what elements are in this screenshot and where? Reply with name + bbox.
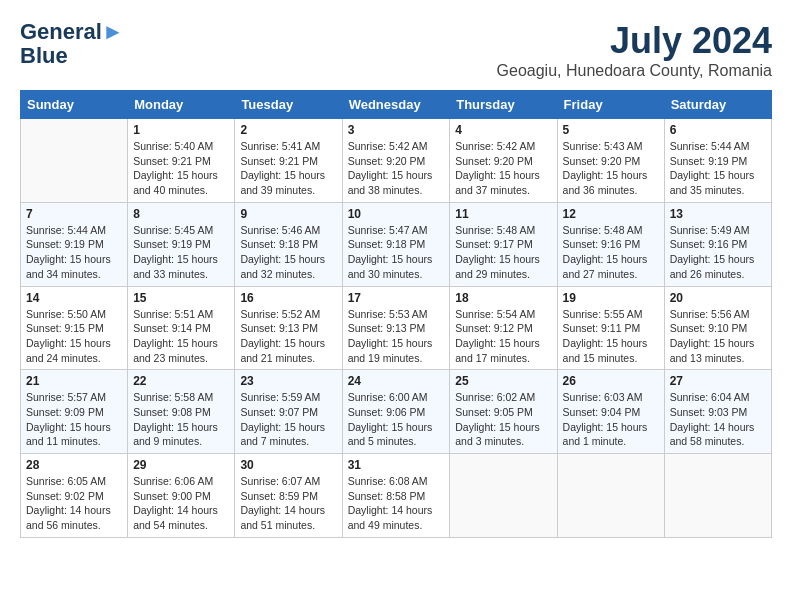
calendar-cell: 28Sunrise: 6:05 AM Sunset: 9:02 PM Dayli… bbox=[21, 454, 128, 538]
calendar-cell: 24Sunrise: 6:00 AM Sunset: 9:06 PM Dayli… bbox=[342, 370, 450, 454]
calendar-cell: 15Sunrise: 5:51 AM Sunset: 9:14 PM Dayli… bbox=[128, 286, 235, 370]
day-info: Sunrise: 5:51 AM Sunset: 9:14 PM Dayligh… bbox=[133, 307, 229, 366]
day-number: 13 bbox=[670, 207, 766, 221]
day-info: Sunrise: 5:42 AM Sunset: 9:20 PM Dayligh… bbox=[455, 139, 551, 198]
calendar-cell: 13Sunrise: 5:49 AM Sunset: 9:16 PM Dayli… bbox=[664, 202, 771, 286]
day-info: Sunrise: 5:43 AM Sunset: 9:20 PM Dayligh… bbox=[563, 139, 659, 198]
calendar-week-row: 1Sunrise: 5:40 AM Sunset: 9:21 PM Daylig… bbox=[21, 119, 772, 203]
day-number: 16 bbox=[240, 291, 336, 305]
calendar-table: SundayMondayTuesdayWednesdayThursdayFrid… bbox=[20, 90, 772, 538]
calendar-cell: 14Sunrise: 5:50 AM Sunset: 9:15 PM Dayli… bbox=[21, 286, 128, 370]
calendar-cell: 16Sunrise: 5:52 AM Sunset: 9:13 PM Dayli… bbox=[235, 286, 342, 370]
calendar-cell bbox=[664, 454, 771, 538]
logo: General►Blue bbox=[20, 20, 124, 68]
calendar-cell: 7Sunrise: 5:44 AM Sunset: 9:19 PM Daylig… bbox=[21, 202, 128, 286]
day-number: 2 bbox=[240, 123, 336, 137]
day-number: 30 bbox=[240, 458, 336, 472]
day-info: Sunrise: 5:55 AM Sunset: 9:11 PM Dayligh… bbox=[563, 307, 659, 366]
calendar-cell: 10Sunrise: 5:47 AM Sunset: 9:18 PM Dayli… bbox=[342, 202, 450, 286]
calendar-cell: 3Sunrise: 5:42 AM Sunset: 9:20 PM Daylig… bbox=[342, 119, 450, 203]
calendar-week-row: 7Sunrise: 5:44 AM Sunset: 9:19 PM Daylig… bbox=[21, 202, 772, 286]
day-info: Sunrise: 6:00 AM Sunset: 9:06 PM Dayligh… bbox=[348, 390, 445, 449]
day-number: 26 bbox=[563, 374, 659, 388]
calendar-cell: 11Sunrise: 5:48 AM Sunset: 9:17 PM Dayli… bbox=[450, 202, 557, 286]
day-number: 1 bbox=[133, 123, 229, 137]
day-info: Sunrise: 6:05 AM Sunset: 9:02 PM Dayligh… bbox=[26, 474, 122, 533]
day-number: 6 bbox=[670, 123, 766, 137]
day-number: 29 bbox=[133, 458, 229, 472]
calendar-week-row: 28Sunrise: 6:05 AM Sunset: 9:02 PM Dayli… bbox=[21, 454, 772, 538]
calendar-week-row: 21Sunrise: 5:57 AM Sunset: 9:09 PM Dayli… bbox=[21, 370, 772, 454]
weekday-header: Monday bbox=[128, 91, 235, 119]
calendar-cell bbox=[450, 454, 557, 538]
title-area: July 2024 Geoagiu, Hunedoara County, Rom… bbox=[497, 20, 772, 80]
day-info: Sunrise: 5:45 AM Sunset: 9:19 PM Dayligh… bbox=[133, 223, 229, 282]
day-number: 23 bbox=[240, 374, 336, 388]
calendar-cell: 20Sunrise: 5:56 AM Sunset: 9:10 PM Dayli… bbox=[664, 286, 771, 370]
calendar-week-row: 14Sunrise: 5:50 AM Sunset: 9:15 PM Dayli… bbox=[21, 286, 772, 370]
day-info: Sunrise: 5:44 AM Sunset: 9:19 PM Dayligh… bbox=[670, 139, 766, 198]
calendar-cell: 25Sunrise: 6:02 AM Sunset: 9:05 PM Dayli… bbox=[450, 370, 557, 454]
calendar-cell bbox=[21, 119, 128, 203]
calendar-cell: 6Sunrise: 5:44 AM Sunset: 9:19 PM Daylig… bbox=[664, 119, 771, 203]
day-number: 3 bbox=[348, 123, 445, 137]
day-info: Sunrise: 6:02 AM Sunset: 9:05 PM Dayligh… bbox=[455, 390, 551, 449]
day-number: 11 bbox=[455, 207, 551, 221]
calendar-cell: 30Sunrise: 6:07 AM Sunset: 8:59 PM Dayli… bbox=[235, 454, 342, 538]
calendar-cell: 2Sunrise: 5:41 AM Sunset: 9:21 PM Daylig… bbox=[235, 119, 342, 203]
day-info: Sunrise: 5:59 AM Sunset: 9:07 PM Dayligh… bbox=[240, 390, 336, 449]
day-number: 5 bbox=[563, 123, 659, 137]
day-info: Sunrise: 6:07 AM Sunset: 8:59 PM Dayligh… bbox=[240, 474, 336, 533]
weekday-header: Saturday bbox=[664, 91, 771, 119]
day-info: Sunrise: 5:52 AM Sunset: 9:13 PM Dayligh… bbox=[240, 307, 336, 366]
day-number: 14 bbox=[26, 291, 122, 305]
weekday-header: Sunday bbox=[21, 91, 128, 119]
day-number: 27 bbox=[670, 374, 766, 388]
calendar-cell: 21Sunrise: 5:57 AM Sunset: 9:09 PM Dayli… bbox=[21, 370, 128, 454]
day-info: Sunrise: 5:44 AM Sunset: 9:19 PM Dayligh… bbox=[26, 223, 122, 282]
day-info: Sunrise: 6:08 AM Sunset: 8:58 PM Dayligh… bbox=[348, 474, 445, 533]
calendar-cell: 1Sunrise: 5:40 AM Sunset: 9:21 PM Daylig… bbox=[128, 119, 235, 203]
day-number: 17 bbox=[348, 291, 445, 305]
day-number: 4 bbox=[455, 123, 551, 137]
calendar-cell: 27Sunrise: 6:04 AM Sunset: 9:03 PM Dayli… bbox=[664, 370, 771, 454]
day-number: 21 bbox=[26, 374, 122, 388]
day-number: 9 bbox=[240, 207, 336, 221]
day-number: 19 bbox=[563, 291, 659, 305]
weekday-header: Friday bbox=[557, 91, 664, 119]
day-info: Sunrise: 6:04 AM Sunset: 9:03 PM Dayligh… bbox=[670, 390, 766, 449]
day-info: Sunrise: 5:40 AM Sunset: 9:21 PM Dayligh… bbox=[133, 139, 229, 198]
day-info: Sunrise: 5:50 AM Sunset: 9:15 PM Dayligh… bbox=[26, 307, 122, 366]
month-title: July 2024 bbox=[497, 20, 772, 62]
day-info: Sunrise: 5:53 AM Sunset: 9:13 PM Dayligh… bbox=[348, 307, 445, 366]
day-number: 12 bbox=[563, 207, 659, 221]
calendar-cell: 23Sunrise: 5:59 AM Sunset: 9:07 PM Dayli… bbox=[235, 370, 342, 454]
day-info: Sunrise: 5:48 AM Sunset: 9:17 PM Dayligh… bbox=[455, 223, 551, 282]
day-number: 18 bbox=[455, 291, 551, 305]
subtitle: Geoagiu, Hunedoara County, Romania bbox=[497, 62, 772, 80]
calendar-cell: 17Sunrise: 5:53 AM Sunset: 9:13 PM Dayli… bbox=[342, 286, 450, 370]
day-info: Sunrise: 5:41 AM Sunset: 9:21 PM Dayligh… bbox=[240, 139, 336, 198]
calendar-body: 1Sunrise: 5:40 AM Sunset: 9:21 PM Daylig… bbox=[21, 119, 772, 538]
day-info: Sunrise: 5:46 AM Sunset: 9:18 PM Dayligh… bbox=[240, 223, 336, 282]
logo-text: General►Blue bbox=[20, 20, 124, 68]
day-info: Sunrise: 5:48 AM Sunset: 9:16 PM Dayligh… bbox=[563, 223, 659, 282]
day-number: 31 bbox=[348, 458, 445, 472]
day-info: Sunrise: 5:47 AM Sunset: 9:18 PM Dayligh… bbox=[348, 223, 445, 282]
day-number: 24 bbox=[348, 374, 445, 388]
weekday-header: Thursday bbox=[450, 91, 557, 119]
day-info: Sunrise: 5:58 AM Sunset: 9:08 PM Dayligh… bbox=[133, 390, 229, 449]
calendar-cell: 4Sunrise: 5:42 AM Sunset: 9:20 PM Daylig… bbox=[450, 119, 557, 203]
calendar-cell: 19Sunrise: 5:55 AM Sunset: 9:11 PM Dayli… bbox=[557, 286, 664, 370]
day-info: Sunrise: 6:06 AM Sunset: 9:00 PM Dayligh… bbox=[133, 474, 229, 533]
calendar-cell: 22Sunrise: 5:58 AM Sunset: 9:08 PM Dayli… bbox=[128, 370, 235, 454]
calendar-cell: 31Sunrise: 6:08 AM Sunset: 8:58 PM Dayli… bbox=[342, 454, 450, 538]
day-info: Sunrise: 6:03 AM Sunset: 9:04 PM Dayligh… bbox=[563, 390, 659, 449]
day-number: 25 bbox=[455, 374, 551, 388]
calendar-cell bbox=[557, 454, 664, 538]
calendar-cell: 8Sunrise: 5:45 AM Sunset: 9:19 PM Daylig… bbox=[128, 202, 235, 286]
day-info: Sunrise: 5:42 AM Sunset: 9:20 PM Dayligh… bbox=[348, 139, 445, 198]
weekday-header: Tuesday bbox=[235, 91, 342, 119]
day-info: Sunrise: 5:57 AM Sunset: 9:09 PM Dayligh… bbox=[26, 390, 122, 449]
header: General►Blue July 2024 Geoagiu, Hunedoar… bbox=[20, 20, 772, 80]
